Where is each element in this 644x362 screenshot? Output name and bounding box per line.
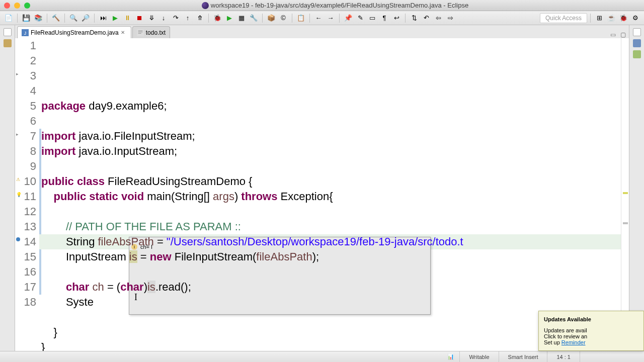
forward-nav-button[interactable]: ⇨	[445, 13, 456, 24]
back-nav-button[interactable]: ⇦	[433, 13, 444, 24]
minimize-window-button[interactable]	[14, 3, 20, 9]
last-edit-button[interactable]: ↶	[421, 13, 432, 24]
left-trim	[0, 25, 15, 351]
overview-ruler[interactable]	[621, 38, 629, 351]
status-empty	[580, 351, 640, 362]
debug-button[interactable]: 🐞	[212, 13, 223, 24]
minimize-editor-icon[interactable]: ▭	[610, 31, 617, 38]
open-perspective-button[interactable]: ⊞	[594, 13, 605, 24]
tab-label: FileReadUsingStreamDemo.java	[31, 29, 119, 36]
lightbulb-marker-icon[interactable]: 💡	[16, 192, 21, 197]
line-number: 2	[22, 53, 36, 68]
code-line[interactable]: import java.io.InputStream;	[41, 144, 621, 159]
block-select-button[interactable]: ▭	[367, 13, 378, 24]
resume-button[interactable]: ▶	[110, 13, 121, 24]
overview-occurrence-mark[interactable]	[623, 222, 628, 224]
skip-breakpoints-button[interactable]: ⏭	[98, 13, 109, 24]
code-line[interactable]: char ch = (char)is.read();	[41, 280, 621, 295]
warning-marker-icon[interactable]: ⚠	[16, 177, 21, 182]
line-number: 9	[22, 159, 36, 174]
show-whitespace-button[interactable]: ¶	[379, 13, 390, 24]
tab-label: todo.txt	[146, 29, 166, 36]
close-tab-icon[interactable]: ✕	[121, 30, 127, 36]
code-line[interactable]	[41, 310, 621, 325]
coverage-button[interactable]: ▦	[236, 13, 247, 24]
breakpoint-marker-icon[interactable]	[16, 237, 20, 241]
outline-view-icon[interactable]	[633, 39, 641, 47]
maximize-editor-icon[interactable]: ▢	[620, 31, 627, 38]
open-type-button[interactable]: 🔍	[68, 13, 79, 24]
run-button[interactable]: ▶	[224, 13, 235, 24]
jee-perspective-button[interactable]: ⚙	[630, 13, 641, 24]
code-line[interactable]: package day9.example6;	[41, 99, 621, 114]
drop-frame-button[interactable]: ⤊	[194, 13, 205, 24]
save-button[interactable]: 💾	[21, 13, 32, 24]
svg-text:J: J	[24, 30, 26, 35]
task-list-icon[interactable]	[633, 50, 641, 58]
line-number: 14	[22, 234, 36, 249]
build-button[interactable]: 🔨	[50, 13, 61, 24]
expand-marker-icon[interactable]: ▸	[16, 71, 21, 76]
code-line[interactable]	[41, 264, 621, 280]
new-button[interactable]: 📄	[3, 13, 14, 24]
method-marker-icon[interactable]: ▸	[16, 132, 21, 137]
eclipse-icon	[202, 2, 209, 9]
line-number: 17	[22, 280, 36, 295]
restore-view-right-icon[interactable]	[633, 28, 641, 36]
right-trim	[629, 25, 644, 351]
toggle-word-wrap-button[interactable]: ↩	[391, 13, 402, 24]
line-number: 6	[22, 114, 36, 129]
code-line[interactable]	[41, 159, 621, 174]
line-number: 3	[22, 68, 36, 83]
editor-body[interactable]: ▸ ▸ ⚠ 💡 123456789101112131415161718 pack…	[15, 38, 629, 351]
line-number: 13	[22, 219, 36, 234]
external-tools-button[interactable]: 🔧	[248, 13, 259, 24]
quick-access-input[interactable]: Quick Access	[540, 13, 587, 23]
zoom-window-button[interactable]	[24, 3, 30, 9]
main-area: J FileReadUsingStreamDemo.java ✕ todo.tx…	[0, 25, 644, 351]
code-line[interactable]: }	[41, 325, 621, 340]
restore-view-icon[interactable]	[4, 28, 12, 36]
overview-warning-mark[interactable]	[623, 192, 628, 194]
package-explorer-icon[interactable]	[4, 39, 12, 47]
debug-perspective-button[interactable]: 🐞	[618, 13, 629, 24]
code-line[interactable]: }	[41, 340, 621, 351]
toggle-mark-button[interactable]: ✎	[355, 13, 366, 24]
open-task-button[interactable]: 📋	[295, 13, 306, 24]
new-package-button[interactable]: 📦	[266, 13, 277, 24]
code-line[interactable]: // PATH OF THE FILE AS PARAM ::	[41, 219, 621, 234]
tab-todo-txt[interactable]: todo.txt	[132, 26, 170, 38]
line-number: 7	[22, 129, 36, 144]
close-window-button[interactable]	[4, 3, 10, 9]
search-button[interactable]: 🔎	[80, 13, 91, 24]
step-return-button[interactable]: ↑	[182, 13, 193, 24]
terminate-button[interactable]: ⏹	[134, 13, 145, 24]
suspend-button[interactable]: ⏸	[122, 13, 133, 24]
line-number-gutter: 123456789101112131415161718	[22, 38, 39, 351]
step-into-button[interactable]: ↓	[158, 13, 169, 24]
disconnect-button[interactable]: ⤋	[146, 13, 157, 24]
pin-editor-button[interactable]: 📌	[343, 13, 354, 24]
code-text-area[interactable]: package day9.example6;import java.io.Fil…	[39, 38, 621, 351]
save-all-button[interactable]: 📚	[33, 13, 44, 24]
forward-button[interactable]: →	[325, 13, 336, 24]
insert-mode-status[interactable]: Smart Insert	[499, 351, 547, 362]
code-line[interactable]	[41, 204, 621, 219]
tab-file-read-demo[interactable]: J FileReadUsingStreamDemo.java ✕	[17, 26, 131, 38]
code-line[interactable]: String fileAbsPath = "/Users/santosh/Des…	[41, 234, 621, 249]
line-number: 16	[22, 264, 36, 280]
code-line[interactable]: public static void main(String[] args) t…	[41, 189, 621, 204]
new-class-button[interactable]: ©	[278, 13, 289, 24]
code-line[interactable]: public class FileReadUsingStreamDemo {	[41, 174, 621, 189]
back-button[interactable]: ←	[313, 13, 324, 24]
code-line[interactable]: import java.io.FileInputStream;	[41, 129, 621, 144]
step-over-button[interactable]: ↷	[170, 13, 181, 24]
code-line[interactable]: InputStream is = new FileInputStream(fil…	[41, 249, 621, 264]
code-line[interactable]	[41, 114, 621, 129]
line-number: 8	[22, 144, 36, 159]
main-toolbar: 📄 💾 📚 🔨 🔍 🔎 ⏭ ▶ ⏸ ⏹ ⤋ ↓ ↷ ↑ ⤊ 🐞 ▶ ▦ 🔧 📦 …	[0, 11, 644, 25]
annotation-nav-button[interactable]: ⇅	[409, 13, 420, 24]
line-number: 18	[22, 295, 36, 310]
code-line[interactable]: Syste	[41, 295, 621, 310]
java-perspective-button[interactable]: ☕	[606, 13, 617, 24]
